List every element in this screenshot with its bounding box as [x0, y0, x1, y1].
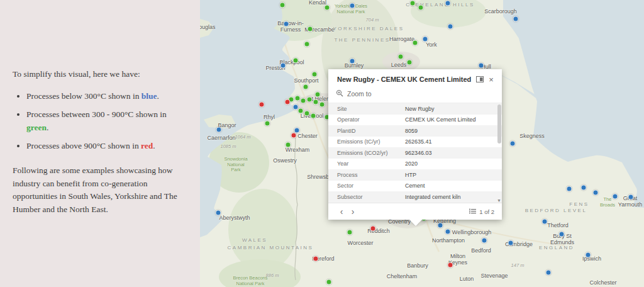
field-value: Integrated cement kiln: [405, 194, 502, 200]
popup-table-row: OperatorCEMEX UK Cement Limited: [328, 115, 502, 126]
map-marker-green[interactable]: [308, 26, 313, 32]
popup-title: New Rugby - CEMEX UK Cement Limited: [337, 76, 474, 83]
map-marker-red[interactable]: [370, 226, 376, 232]
map-marker-blue[interactable]: [559, 232, 565, 237]
sidebar-panel: To simplify this visual, here we have: P…: [0, 0, 200, 287]
map-marker-blue[interactable]: [586, 252, 591, 258]
map-marker-green[interactable]: [301, 98, 306, 104]
map-marker-green[interactable]: [303, 84, 309, 90]
map-marker-blue[interactable]: [216, 210, 221, 216]
zoom-to-button[interactable]: Zoom to: [328, 87, 502, 103]
map-marker-red[interactable]: [285, 99, 291, 105]
map-marker-red[interactable]: [448, 262, 453, 268]
popup-table-row: Year2020: [328, 159, 502, 170]
popup-header: New Rugby - CEMEX UK Cement Limited ×: [328, 69, 502, 87]
map-marker-green[interactable]: [307, 97, 313, 103]
field-value: New Rugby: [405, 106, 502, 112]
map-marker-blue[interactable]: [280, 63, 286, 69]
map-marker-blue[interactable]: [593, 190, 599, 196]
map-marker-blue[interactable]: [438, 223, 443, 228]
map-marker-blue[interactable]: [482, 238, 487, 244]
popup-table-row: SiteNew Rugby: [328, 103, 502, 115]
field-value: 2020: [405, 160, 502, 167]
popup-table-row: PlantID8059: [328, 125, 502, 137]
field-label: PlantID: [328, 128, 405, 134]
magnifier-icon: [336, 89, 343, 98]
popup-table-row: SectorCement: [328, 181, 502, 192]
map-marker-blue[interactable]: [508, 240, 514, 246]
field-label: Year: [328, 160, 405, 167]
feature-list-icon[interactable]: [469, 208, 476, 215]
bullet-item: Processes below 300°C shown in blue.: [26, 90, 181, 103]
map-marker-blue[interactable]: [350, 3, 355, 9]
map-marker-blue[interactable]: [613, 194, 618, 200]
map-marker-green[interactable]: [319, 102, 325, 108]
field-label: Emissions (tCO2/yr): [328, 150, 405, 156]
map-marker-blue[interactable]: [216, 127, 222, 133]
map-marker-blue[interactable]: [546, 270, 552, 276]
popup-table-row: ProcessHTP: [328, 169, 502, 181]
popup-table-row: SubsectorIntegrated cement kiln: [328, 191, 502, 203]
map-marker-green[interactable]: [286, 142, 291, 148]
next-feature-button[interactable]: ›: [347, 207, 358, 216]
bullet-list: Processes below 300°C shown in blue.Proc…: [13, 90, 181, 153]
map-marker-green[interactable]: [280, 3, 286, 8]
popup-table: SiteNew RugbyOperatorCEMEX UK Cement Lim…: [328, 103, 502, 203]
popup: New Rugby - CEMEX UK Cement Limited ×: [328, 69, 502, 220]
map-marker-green[interactable]: [293, 58, 299, 64]
field-value: CEMEX UK Cement Limited: [405, 116, 502, 123]
map-marker-green[interactable]: [410, 1, 416, 6]
map-marker-green[interactable]: [311, 113, 316, 119]
map-marker-green[interactable]: [313, 99, 319, 105]
map-marker-blue[interactable]: [513, 16, 519, 22]
field-label: Site: [328, 106, 405, 112]
field-value: 8059: [405, 128, 502, 134]
field-value: HTP: [405, 172, 502, 178]
map-marker-blue[interactable]: [567, 186, 572, 192]
map-canvas[interactable]: KendalDouglasBarrow-in- FurnessMorecambe…: [200, 0, 644, 287]
map-marker-green[interactable]: [312, 72, 318, 77]
map-marker-green[interactable]: [304, 42, 310, 47]
map-marker-green[interactable]: [326, 279, 332, 285]
map-marker-red[interactable]: [291, 133, 297, 138]
map-marker-blue[interactable]: [510, 141, 516, 147]
map-marker-blue[interactable]: [542, 219, 548, 225]
map-marker-blue[interactable]: [350, 59, 355, 64]
map-marker-blue[interactable]: [445, 1, 451, 6]
field-label: Sector: [328, 183, 405, 189]
map-marker-green[interactable]: [418, 5, 424, 11]
bullet-item: Processes above 900°C shown in red.: [26, 140, 181, 153]
scrollbar-thumb[interactable]: [497, 104, 501, 144]
map-marker-green[interactable]: [398, 54, 404, 60]
map-marker-green[interactable]: [315, 92, 321, 98]
scroll-down-icon[interactable]: ▼: [497, 198, 501, 203]
popup-table-row: Emissions (tC/yr)262635.41: [328, 137, 502, 148]
field-label: Operator: [328, 116, 405, 123]
map-marker-blue[interactable]: [423, 37, 428, 42]
map-marker-green[interactable]: [304, 111, 310, 116]
map-marker-blue[interactable]: [628, 194, 634, 200]
map-marker-blue[interactable]: [479, 63, 484, 69]
map-marker-blue[interactable]: [448, 24, 453, 30]
map-marker-blue[interactable]: [284, 21, 289, 27]
field-value: 262635.41: [405, 138, 502, 145]
map-marker-green[interactable]: [407, 60, 413, 65]
field-value: Cement: [405, 183, 502, 189]
map-marker-green[interactable]: [325, 5, 330, 11]
map-marker-blue[interactable]: [445, 229, 451, 235]
scrollbar[interactable]: ▼: [497, 104, 501, 201]
close-icon[interactable]: ×: [486, 74, 497, 84]
outro-text: Following are some examples showcasing h…: [13, 164, 181, 217]
map-marker-green[interactable]: [295, 96, 301, 101]
map-marker-green[interactable]: [265, 121, 270, 127]
map-marker-blue[interactable]: [581, 185, 587, 191]
map-marker-green[interactable]: [413, 40, 418, 46]
map-marker-red[interactable]: [313, 256, 319, 262]
map-marker-green[interactable]: [298, 108, 304, 114]
popup-pointer: [409, 220, 422, 226]
intro-text: To simplify this visual, here we have:: [13, 68, 181, 81]
map-marker-red[interactable]: [259, 102, 265, 108]
map-marker-green[interactable]: [347, 230, 353, 235]
prev-feature-button[interactable]: ‹: [336, 207, 347, 216]
dock-icon[interactable]: [474, 74, 486, 84]
